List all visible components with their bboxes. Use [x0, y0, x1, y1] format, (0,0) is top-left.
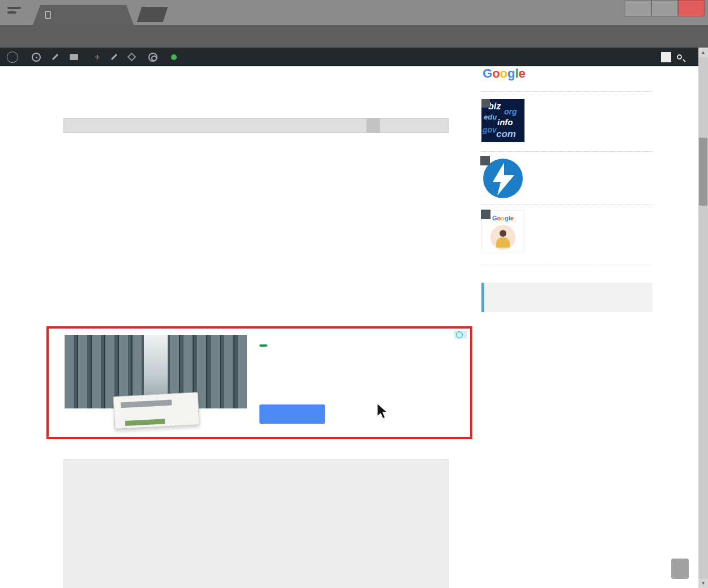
- adchoices: [454, 331, 467, 339]
- site-name-menu[interactable]: [32, 53, 44, 62]
- maximize-button[interactable]: [651, 0, 678, 16]
- browser-toolbar: [0, 25, 708, 48]
- popular-item[interactable]: [481, 157, 652, 200]
- avatar: [661, 52, 671, 62]
- page-viewport: Google biz org edu info gov com: [0, 66, 698, 588]
- toggle-line-numbers-icon[interactable]: [366, 118, 380, 133]
- gauge-icon: [32, 53, 41, 62]
- divider: [481, 91, 652, 92]
- building-image: [113, 392, 200, 429]
- scrollbar[interactable]: ▲ ▼: [698, 48, 708, 588]
- divider: [481, 204, 652, 205]
- autoptimize-menu[interactable]: [171, 54, 180, 60]
- window-icon: [7, 7, 21, 18]
- admin-search[interactable]: [677, 54, 682, 59]
- google-logo-thumbnail: Google: [481, 66, 524, 86]
- code-toolbar: [64, 118, 448, 133]
- adchoices-info-icon[interactable]: [456, 331, 463, 338]
- ad-description: [259, 338, 446, 352]
- minimize-button[interactable]: [625, 0, 651, 16]
- titlebar: [0, 0, 708, 25]
- amp-logo-thumbnail: [481, 157, 524, 200]
- diamond-icon: [129, 54, 135, 60]
- plain-code-icon[interactable]: [380, 118, 394, 133]
- category-list: [481, 318, 652, 588]
- toggle-wrap-icon[interactable]: [394, 118, 407, 133]
- edit-post-menu[interactable]: [113, 53, 118, 61]
- copy-icon[interactable]: [421, 118, 434, 133]
- scroll-down-arrow[interactable]: ▼: [698, 578, 708, 588]
- plus-icon: +: [95, 52, 100, 62]
- brush-icon: [54, 53, 56, 61]
- category-header: [481, 283, 652, 312]
- expand-icon[interactable]: [407, 118, 421, 133]
- plugin-circle-menu[interactable]: [148, 53, 161, 62]
- domains-thumbnail: biz org edu info gov com: [481, 99, 524, 142]
- popular-item[interactable]: Google: [481, 210, 652, 253]
- ad-text-area: [259, 333, 446, 357]
- scroll-to-top-button[interactable]: [671, 559, 689, 579]
- browser-tab[interactable]: [33, 5, 134, 25]
- plugin-diamond-menu[interactable]: [129, 54, 138, 60]
- ad-cta-button[interactable]: [259, 404, 325, 424]
- code-block-highlighted: [63, 118, 449, 133]
- scrollbar-thumb[interactable]: [699, 138, 707, 206]
- window-controls: [625, 0, 705, 16]
- wp-logo-menu[interactable]: [7, 52, 22, 63]
- popular-item-partial[interactable]: Google: [481, 66, 652, 86]
- popular-item[interactable]: biz org edu info gov com: [481, 99, 652, 142]
- close-button[interactable]: [678, 0, 705, 16]
- search-icon: [677, 54, 682, 59]
- divider: [481, 151, 652, 152]
- my-activity-thumbnail: Google: [481, 210, 524, 253]
- amp-code-block: [63, 459, 449, 588]
- divider: [481, 266, 652, 266]
- wp-admin-bar: +: [0, 48, 708, 66]
- pencil-icon: [113, 53, 115, 61]
- new-post-menu[interactable]: +: [95, 52, 103, 62]
- green-status-icon: [171, 54, 177, 60]
- customize-menu[interactable]: [54, 53, 59, 61]
- rank-badge: [481, 210, 491, 219]
- rank-badge: [480, 156, 490, 165]
- ad-banner[interactable]: [46, 326, 472, 439]
- mouse-cursor: [376, 403, 389, 422]
- new-tab-button[interactable]: [137, 7, 168, 22]
- browser-window: +: [0, 0, 708, 588]
- rank-badge: [481, 99, 490, 108]
- scroll-up-arrow[interactable]: ▲: [698, 48, 708, 57]
- swirl-circle-icon: [148, 53, 157, 62]
- open-new-window-icon[interactable]: [434, 118, 448, 133]
- wordpress-logo-icon: [7, 52, 18, 63]
- page-favicon: [45, 11, 51, 19]
- comment-bubble-icon: [70, 54, 78, 60]
- ad-badge: [259, 344, 267, 347]
- comments-menu[interactable]: [70, 54, 84, 60]
- account-menu[interactable]: [655, 52, 677, 62]
